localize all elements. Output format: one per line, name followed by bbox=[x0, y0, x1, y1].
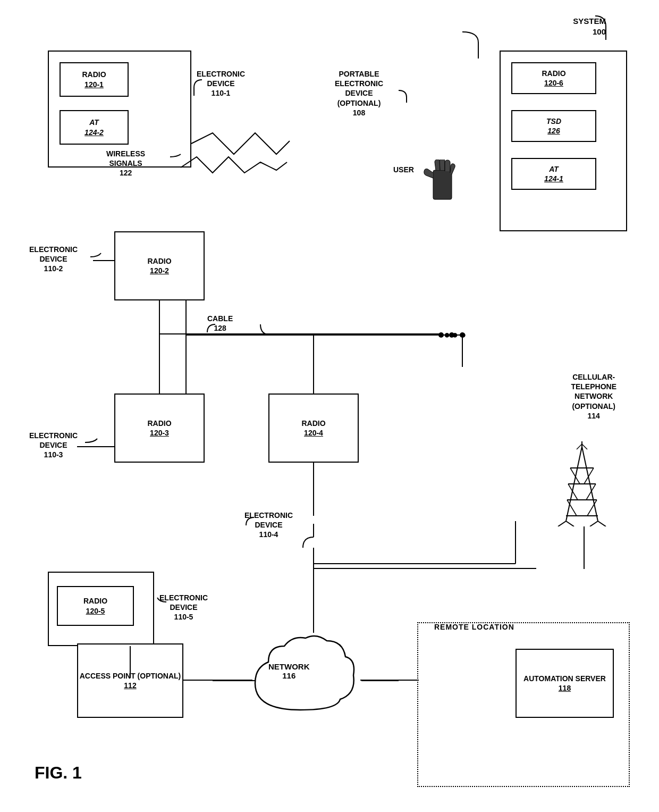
ed2-bracket bbox=[88, 249, 104, 265]
radio-1-label: RADIO bbox=[82, 70, 106, 79]
diagram: SYSTEM 100 RADIO 120-1 AT 124-2 ELECTRON… bbox=[0, 0, 659, 812]
cable-ellipsis: ●●● bbox=[444, 329, 468, 341]
tsd-number: 126 bbox=[547, 126, 560, 136]
line-tower-network-h bbox=[313, 568, 536, 569]
user-hand-icon bbox=[420, 160, 462, 223]
line-cable-radio4 bbox=[313, 334, 314, 395]
radio-6-number: 120-6 bbox=[544, 78, 563, 88]
radio-6-box: RADIO 120-6 bbox=[511, 62, 596, 94]
access-point-number: 112 bbox=[124, 681, 136, 690]
cell-tower-icon bbox=[550, 441, 614, 526]
at-2-number: 124-2 bbox=[85, 128, 104, 137]
cable-line bbox=[159, 333, 441, 334]
automation-server-number: 118 bbox=[559, 683, 571, 693]
svg-line-32 bbox=[570, 468, 580, 484]
line-ed5-ap bbox=[130, 646, 131, 678]
radio-5-box: RADIO 120-5 bbox=[57, 586, 134, 626]
radio-2-label: RADIO bbox=[147, 256, 171, 266]
radio-1-box: RADIO 120-1 bbox=[60, 62, 129, 97]
network-cloud: NETWORK 116 bbox=[239, 630, 361, 728]
cable-bracket bbox=[202, 319, 218, 335]
at-1-label: AT bbox=[549, 164, 559, 174]
svg-line-43 bbox=[566, 521, 574, 526]
line-ap-network bbox=[183, 680, 252, 681]
radio-4-box: RADIO 120-4 bbox=[268, 394, 359, 463]
svg-rect-25 bbox=[433, 170, 452, 199]
at-2-label: AT bbox=[89, 118, 99, 127]
radio-5-label: RADIO bbox=[83, 596, 107, 606]
ed5-bracket bbox=[153, 596, 169, 609]
radio-2-number: 120-2 bbox=[150, 266, 169, 275]
electronic-device-2-label: ELECTRONIC DEVICE 110-2 bbox=[29, 245, 78, 274]
automation-server-box: AUTOMATION SERVER 118 bbox=[516, 649, 614, 718]
wireless-signal-line bbox=[175, 152, 314, 178]
svg-line-44 bbox=[590, 521, 598, 526]
svg-line-35 bbox=[586, 484, 596, 500]
radio-1-number: 120-1 bbox=[85, 80, 104, 89]
automation-server-label: AUTOMATION SERVER bbox=[523, 674, 606, 683]
tsd-box: TSD 126 bbox=[511, 110, 596, 142]
fig-1-label: FIG. 1 bbox=[35, 763, 82, 783]
ed4-bracket bbox=[241, 515, 257, 531]
electronic-device-3-label: ELECTRONIC DEVICE 110-3 bbox=[29, 431, 78, 460]
line-cable-radio3 bbox=[159, 334, 160, 395]
svg-line-33 bbox=[584, 468, 594, 484]
tsd-label: TSD bbox=[546, 116, 561, 126]
radio-4-number: 120-4 bbox=[304, 428, 323, 438]
cellular-network-label: CELLULAR- TELEPHONE NETWORK (OPTIONAL) 1… bbox=[571, 372, 616, 421]
radio-5-number: 120-5 bbox=[86, 606, 105, 616]
line-radio4-ed4 bbox=[313, 463, 314, 516]
at-1-number: 124-1 bbox=[544, 174, 563, 183]
electronic-device-5-box: RADIO 120-5 bbox=[48, 572, 154, 646]
network-number: 116 bbox=[282, 671, 295, 680]
radio-3-box: RADIO 120-3 bbox=[114, 394, 205, 463]
radio-4-label: RADIO bbox=[301, 418, 325, 428]
line-ed4-network bbox=[313, 548, 314, 633]
portable-device-box: RADIO 120-6 TSD 126 AT 124-1 bbox=[500, 51, 627, 231]
at-1-box: AT 124-1 bbox=[511, 158, 596, 190]
portable-bracket bbox=[396, 88, 415, 104]
line-radio2-cable bbox=[159, 300, 160, 335]
line-network-server bbox=[360, 680, 419, 681]
network-text-label: NETWORK 116 bbox=[268, 662, 310, 680]
system-bracket bbox=[585, 11, 627, 43]
radio-3-number: 120-3 bbox=[150, 428, 169, 438]
svg-line-34 bbox=[568, 484, 578, 500]
at-2-box: AT 124-2 bbox=[60, 110, 129, 145]
portable-device-label: PORTABLE ELECTRONIC DEVICE (OPTIONAL) 10… bbox=[335, 69, 383, 118]
wireless-signals-label: WIRELESS SIGNALS 122 bbox=[106, 149, 145, 178]
ed1-bracket bbox=[189, 77, 205, 98]
ed3-bracket bbox=[82, 436, 101, 449]
svg-line-42 bbox=[598, 521, 606, 526]
user-label: USER bbox=[393, 165, 414, 174]
radio-2-box: RADIO 120-2 bbox=[114, 231, 205, 300]
radio-3-label: RADIO bbox=[147, 418, 171, 428]
remote-location-label: REMOTE LOCATION bbox=[434, 622, 514, 632]
radio-6-label: RADIO bbox=[542, 69, 565, 78]
line-tower-network bbox=[584, 526, 585, 569]
svg-line-41 bbox=[558, 521, 566, 526]
